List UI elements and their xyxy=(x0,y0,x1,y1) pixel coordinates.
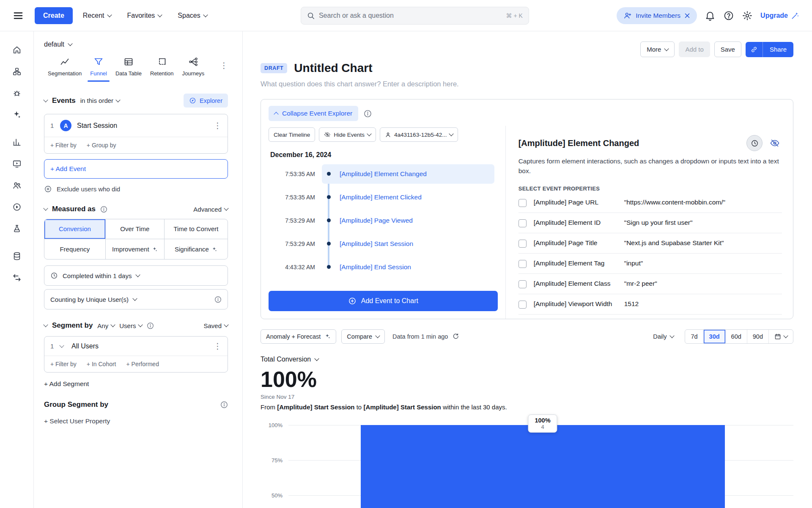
search-input[interactable] xyxy=(319,12,502,19)
timeline-event[interactable]: [Amplitude] Element Clicked xyxy=(322,188,494,207)
segment-options-menu-icon[interactable]: ⋮ xyxy=(214,342,222,350)
add-to-button[interactable]: Add to xyxy=(679,41,710,57)
session-replay-icon[interactable] xyxy=(7,153,27,174)
add-event-button[interactable]: + Add Event xyxy=(44,159,228,179)
invite-members-button[interactable]: Invite Members xyxy=(617,7,697,24)
funnel-bar[interactable] xyxy=(361,425,725,508)
timeline-event[interactable]: [Amplitude] Start Session xyxy=(322,234,494,254)
tab-retention[interactable]: Retention xyxy=(146,55,178,82)
info-icon[interactable] xyxy=(100,206,107,213)
anomaly-forecast-button[interactable]: Anomaly + Forecast xyxy=(261,329,336,344)
collapse-event-explorer-button[interactable]: Collapse Event Explorer xyxy=(269,106,358,121)
upgrade-link[interactable]: Upgrade xyxy=(760,11,799,20)
users-icon[interactable] xyxy=(7,174,27,196)
performed-link[interactable]: + Performed xyxy=(126,361,159,367)
tab-funnel[interactable]: Funnel xyxy=(86,55,111,82)
custom-date-range-button[interactable] xyxy=(769,330,793,343)
spaces-icon[interactable] xyxy=(7,61,27,82)
home-icon[interactable] xyxy=(7,39,27,61)
experiments-flask-icon[interactable] xyxy=(7,218,27,239)
menu-spaces[interactable]: Spaces xyxy=(172,12,213,19)
property-checkbox[interactable] xyxy=(518,280,527,288)
tab-data-table[interactable]: Data Table xyxy=(112,55,145,82)
filter-by-link[interactable]: + Filter by xyxy=(50,361,77,367)
property-checkbox[interactable] xyxy=(518,301,527,309)
collapse-chevron-icon[interactable] xyxy=(43,206,48,210)
counting-by-dropdown[interactable]: Counting by Unique User(s) xyxy=(44,289,228,309)
advanced-dropdown[interactable]: Advanced xyxy=(193,206,228,213)
hide-events-dropdown[interactable]: Hide Events xyxy=(319,127,376,142)
guides-play-icon[interactable] xyxy=(7,196,27,218)
range-7d[interactable]: 7d xyxy=(685,330,703,343)
timeline-event[interactable]: [Amplitude] End Session xyxy=(322,257,494,277)
compare-dropdown[interactable]: Compare xyxy=(341,329,385,344)
hide-event-toggle-button[interactable] xyxy=(768,136,782,150)
event-row[interactable]: 1 A Start Session ⋮ xyxy=(44,114,228,137)
chevron-down-icon[interactable] xyxy=(59,343,64,348)
data-database-icon[interactable] xyxy=(7,245,27,267)
create-button[interactable]: Create xyxy=(35,7,73,24)
range-90d[interactable]: 90d xyxy=(747,330,769,343)
event-name-link[interactable]: [Amplitude] Element Changed xyxy=(340,170,427,178)
tab-journeys[interactable]: Journeys xyxy=(178,55,208,82)
option-significance[interactable]: Significance xyxy=(165,239,228,259)
explorer-button[interactable]: Explorer xyxy=(184,94,228,108)
option-time-to-convert[interactable]: Time to Convert xyxy=(165,219,228,239)
more-button[interactable]: More xyxy=(640,41,675,57)
chart-description-placeholder[interactable]: What question does this chart answer? En… xyxy=(261,80,793,88)
timestamps-toggle-button[interactable] xyxy=(746,135,763,151)
info-icon[interactable] xyxy=(214,296,222,303)
page-title[interactable]: Untitled Chart xyxy=(294,61,372,75)
menu-favorites[interactable]: Favorites xyxy=(121,12,168,19)
property-checkbox[interactable] xyxy=(518,219,527,227)
tab-segmentation[interactable]: Segmentation xyxy=(44,55,85,82)
select-user-property-button[interactable]: + Select User Property xyxy=(44,417,228,425)
ai-assistant-sparkle-icon[interactable] xyxy=(7,104,27,125)
notifications-bell-icon[interactable] xyxy=(705,10,716,21)
range-60d[interactable]: 60d xyxy=(726,330,747,343)
pipelines-swap-icon[interactable] xyxy=(7,267,27,288)
global-search[interactable]: ⌘ + K xyxy=(301,7,529,25)
user-session-dropdown[interactable]: 4a431163-12b5-42... xyxy=(380,127,458,142)
event-name-link[interactable]: [Amplitude] Page Viewed xyxy=(340,217,413,224)
event-order-dropdown[interactable]: in this order xyxy=(80,97,120,104)
exclude-users-button[interactable]: Exclude users who did xyxy=(44,185,228,193)
debugger-bug-icon[interactable] xyxy=(7,82,27,104)
add-event-to-chart-button[interactable]: Add Event to Chart xyxy=(269,291,498,311)
collapse-chevron-icon[interactable] xyxy=(43,97,48,102)
segment-row[interactable]: 1 All Users ⋮ xyxy=(44,337,228,356)
copy-link-icon[interactable] xyxy=(746,42,763,57)
property-checkbox[interactable] xyxy=(518,240,527,248)
add-segment-button[interactable]: + Add Segment xyxy=(44,380,228,388)
workspace-selector[interactable]: default xyxy=(44,41,228,48)
saved-segments-dropdown[interactable]: Saved xyxy=(203,322,228,329)
conversion-window-dropdown[interactable]: Completed within 1 days xyxy=(44,265,228,286)
range-30d[interactable]: 30d xyxy=(704,330,726,343)
help-icon[interactable] xyxy=(723,10,734,21)
menu-recent[interactable]: Recent xyxy=(77,12,117,19)
property-checkbox[interactable] xyxy=(518,199,527,207)
info-icon[interactable] xyxy=(220,401,228,409)
hamburger-menu-icon[interactable] xyxy=(13,10,24,21)
info-icon[interactable] xyxy=(364,110,372,118)
info-icon[interactable] xyxy=(147,322,154,329)
option-conversion[interactable]: Conversion xyxy=(44,219,106,239)
charts-icon[interactable] xyxy=(7,131,27,153)
group-by-link[interactable]: + Group by xyxy=(87,142,116,149)
timeline-event-selected[interactable]: [Amplitude] Element Changed xyxy=(322,164,494,184)
event-name-link[interactable]: [Amplitude] Element Clicked xyxy=(340,193,422,201)
share-button[interactable]: Share xyxy=(763,42,793,57)
segment-any-dropdown[interactable]: Any xyxy=(97,322,115,329)
option-frequency[interactable]: Frequency xyxy=(44,239,106,259)
settings-gear-icon[interactable] xyxy=(742,10,753,21)
close-icon[interactable] xyxy=(684,13,690,19)
timeline-event[interactable]: [Amplitude] Page Viewed xyxy=(322,211,494,230)
collapse-chevron-icon[interactable] xyxy=(43,322,48,327)
tabs-overflow-menu-icon[interactable]: ⋮ xyxy=(220,61,228,75)
event-name-link[interactable]: [Amplitude] End Session xyxy=(340,263,411,271)
option-improvement[interactable]: Improvement xyxy=(106,239,165,259)
in-cohort-link[interactable]: + In Cohort xyxy=(87,361,116,367)
granularity-dropdown[interactable]: Daily xyxy=(648,330,679,343)
save-button[interactable]: Save xyxy=(714,41,741,57)
option-over-time[interactable]: Over Time xyxy=(106,219,165,239)
